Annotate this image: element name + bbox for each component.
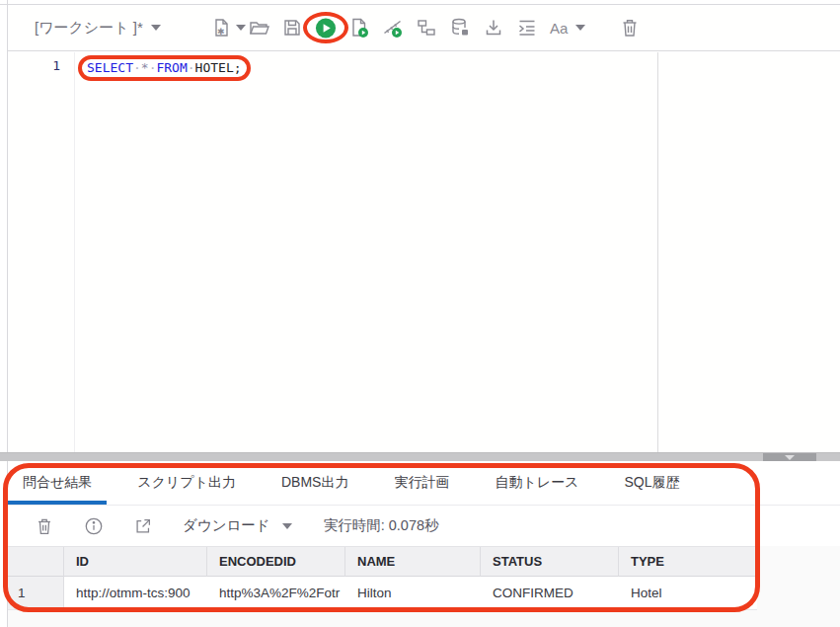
svg-text:✱: ✱ (217, 27, 225, 37)
sql-token-identifier: HOTEL (195, 60, 234, 75)
info-icon[interactable] (84, 516, 104, 536)
explain-plan-icon[interactable] (416, 17, 437, 39)
tab-dbms-output[interactable]: DBMS出力 (267, 461, 363, 505)
editor-right-margin (657, 52, 658, 452)
tab-sql-history[interactable]: SQL履歴 (609, 461, 694, 505)
column-header-type[interactable]: TYPE (619, 547, 757, 577)
cell-name[interactable]: Hilton (345, 577, 481, 610)
column-header-name[interactable]: NAME (345, 547, 481, 577)
editor-gutter: 1 (8, 52, 75, 452)
sql-token-whitespace: · (133, 60, 141, 75)
chevron-down-icon (151, 25, 161, 31)
results-tabs: 問合せ結果 スクリプト出力 DBMS出力 実行計画 自動トレース SQL履歴 (8, 461, 840, 506)
cell-id[interactable]: http://otmm-tcs:900 (64, 577, 207, 610)
sql-token-keyword: FROM (156, 60, 187, 75)
results-toolbar: ダウンロード 実行時間: 0.078秒 (8, 506, 840, 546)
tab-autotrace[interactable]: 自動トレース (480, 461, 593, 505)
sql-history-icon[interactable] (449, 17, 471, 39)
sql-statement[interactable]: SELECT·*·FROM·HOTEL; (87, 59, 242, 77)
tab-explain-plan[interactable]: 実行計画 (379, 461, 464, 505)
download-label: ダウンロード (183, 516, 270, 535)
column-header-encodedid[interactable]: ENCODEDID (207, 547, 345, 577)
autotrace-icon[interactable] (382, 17, 404, 39)
new-worksheet-icon[interactable]: ✱ (210, 17, 232, 39)
results-panel: 問合せ結果 スクリプト出力 DBMS出力 実行計画 自動トレース SQL履歴 ダ… (8, 461, 840, 627)
chevron-down-icon (575, 25, 585, 31)
text-size-label: Aa (550, 20, 568, 37)
chevron-down-icon (282, 523, 292, 529)
text-size-group[interactable]: Aa (550, 20, 585, 37)
table-row[interactable]: 1 http://otmm-tcs:900 http%3A%2F%2Fotr H… (8, 577, 757, 610)
line-number: 1 (52, 58, 60, 73)
cell-encodedid[interactable]: http%3A%2F%2Fotr (207, 577, 345, 610)
clear-worksheet-icon[interactable] (619, 17, 641, 39)
cell-status[interactable]: CONFIRMED (481, 577, 619, 610)
results-grid: ID ENCODEDID NAME STATUS TYPE 1 http://o… (8, 546, 757, 610)
column-header-status[interactable]: STATUS (481, 547, 619, 577)
download-dropdown[interactable]: ダウンロード (183, 516, 292, 535)
sql-editor[interactable]: 1 SELECT·*·FROM·HOTEL; (8, 52, 840, 452)
tab-query-result[interactable]: 問合せ結果 (8, 461, 107, 505)
panel-splitter[interactable] (0, 452, 840, 461)
column-header-id[interactable]: ID (64, 547, 207, 577)
execution-time: 実行時間: 0.078秒 (324, 516, 439, 535)
worksheet-toolbar: [ワークシート ]* ✱ (8, 5, 840, 51)
open-in-new-icon[interactable] (133, 516, 153, 536)
run-script-icon[interactable] (348, 17, 370, 39)
cell-rownum[interactable]: 1 (8, 577, 64, 610)
format-code-icon[interactable] (516, 17, 538, 39)
worksheet-name: [ワークシート ]* (35, 19, 143, 38)
worksheet-selector[interactable]: [ワークシート ]* (35, 19, 202, 38)
sql-token-whitespace: · (188, 60, 195, 75)
run-statement-icon[interactable] (315, 17, 337, 39)
column-header-rownum[interactable] (8, 547, 64, 577)
download-icon[interactable] (483, 17, 504, 39)
sql-token-semicolon: ; (234, 60, 242, 75)
tab-script-output[interactable]: スクリプト出力 (122, 461, 251, 505)
sql-token-keyword: SELECT (87, 60, 133, 75)
sql-token-star: * (141, 60, 149, 75)
save-icon[interactable] (281, 17, 303, 39)
collapse-down-icon (785, 455, 795, 460)
open-file-icon[interactable] (248, 17, 269, 39)
grid-header-row: ID ENCODEDID NAME STATUS TYPE (8, 546, 757, 577)
chevron-down-icon[interactable] (236, 25, 246, 31)
cell-type[interactable]: Hotel (619, 577, 757, 610)
delete-result-icon[interactable] (35, 516, 54, 536)
new-worksheet-group[interactable]: ✱ (210, 17, 246, 39)
